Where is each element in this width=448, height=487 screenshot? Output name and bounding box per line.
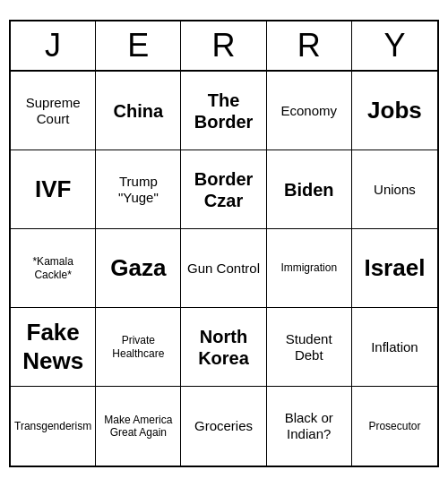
bingo-cell: China [96,72,181,150]
cell-text: Student Debt [271,331,348,363]
bingo-cell: Transgenderism [11,387,96,466]
cell-text: Gun Control [187,261,260,277]
cell-text: IVF [35,175,71,203]
bingo-cell: Immigration [267,229,352,308]
bingo-cell: Groceries [181,387,266,466]
bingo-cell: Jobs [352,72,437,150]
bingo-cell: Border Czar [181,150,266,229]
bingo-cell: Economy [267,72,352,150]
bingo-cell: *Kamala Cackle* [11,229,96,308]
bingo-grid: Supreme CourtChinaThe BorderEconomyJobsI… [11,72,437,466]
header-letter: R [181,21,266,70]
bingo-cell: Gaza [96,229,181,308]
cell-text: Border Czar [185,168,262,211]
cell-text: Transgenderism [14,420,91,432]
cell-text: The Border [185,90,262,132]
bingo-cell: Make America Great Again [96,387,181,466]
bingo-cell: Fake News [11,308,96,387]
cell-text: Groceries [194,418,253,434]
bingo-cell: North Korea [181,308,266,387]
bingo-card: JERRY Supreme CourtChinaThe BorderEconom… [9,20,439,467]
header-letter: J [11,21,96,70]
bingo-cell: Israel [352,229,437,308]
cell-text: North Korea [185,326,262,369]
cell-text: Black or Indian? [271,410,348,442]
header-letter: Y [352,21,437,70]
cell-text: Economy [280,103,337,119]
cell-text: Gaza [110,254,166,282]
bingo-cell: IVF [11,150,96,229]
cell-text: *Kamala Cackle* [14,255,91,281]
cell-text: Unions [374,182,416,198]
cell-text: Prosecutor [368,420,420,432]
cell-text: Private Healthcare [99,334,177,360]
cell-text: Make America Great Again [99,414,177,440]
cell-text: Trump "Yuge" [99,174,177,206]
cell-text: Jobs [367,97,422,124]
bingo-cell: Trump "Yuge" [96,150,181,229]
bingo-cell: Supreme Court [11,72,96,150]
bingo-cell: Biden [267,150,352,229]
bingo-cell: Prosecutor [352,387,437,466]
cell-text: Israel [364,254,425,282]
header-letter: E [96,21,181,70]
cell-text: China [114,100,164,122]
bingo-cell: Private Healthcare [96,308,181,387]
bingo-cell: Unions [352,150,437,229]
bingo-cell: Inflation [352,308,437,387]
cell-text: Supreme Court [14,95,91,127]
bingo-cell: The Border [181,72,266,150]
bingo-cell: Black or Indian? [267,387,352,466]
cell-text: Biden [284,179,334,201]
bingo-cell: Gun Control [181,229,266,308]
cell-text: Immigration [280,261,337,274]
cell-text: Fake News [14,319,91,374]
header-letter: R [267,21,352,70]
bingo-cell: Student Debt [267,308,352,387]
cell-text: Inflation [371,339,418,355]
bingo-header: JERRY [11,21,437,72]
